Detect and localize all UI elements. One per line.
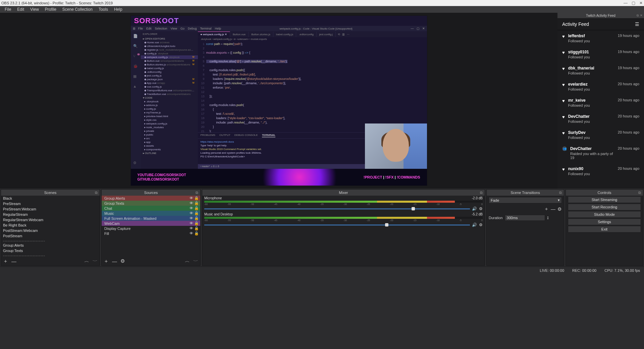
scenes-popout-icon[interactable]: ⧉ [95, 191, 98, 195]
menu-view[interactable]: View [28, 6, 42, 12]
menu-edit[interactable]: Edit [14, 6, 27, 12]
control-button-settings[interactable]: Settings [568, 218, 641, 225]
visibility-icon[interactable]: 👁 [190, 201, 193, 205]
controls-popout-icon[interactable]: ⧉ [638, 191, 641, 195]
source-down-icon[interactable]: ﹀ [193, 259, 198, 263]
scene-item[interactable]: Black [1, 196, 100, 201]
transitions-popout-icon[interactable]: ⧉ [559, 191, 562, 195]
scene-item[interactable]: PostStream:Webcam [1, 228, 100, 233]
explorer-tree-item: ▸ public [141, 133, 198, 137]
activity-item[interactable]: ♥stiggy0101Followed you19 hours ago [557, 46, 644, 62]
dock-popout-icon[interactable]: ⧉ [637, 14, 639, 17]
scene-item[interactable]: PreStream [1, 201, 100, 206]
minimize-icon[interactable]: — [624, 1, 628, 5]
lock-icon[interactable]: 🔒 [194, 226, 199, 231]
activity-item[interactable]: ♥leffenbsfFollowed you19 hours ago [557, 30, 644, 46]
mixer-dock: Mixer⧉ Microphone-2.0 dB-60-55-50-45-40-… [202, 189, 485, 266]
preview-area[interactable]: SORSKOOT ⊞ FileEditSelectionViewGoDebugT… [0, 13, 557, 189]
duration-down-icon[interactable]: ▼ [547, 218, 549, 220]
activity-subtext: Followed you [568, 39, 614, 43]
mixer-settings-icon[interactable]: ⚙ [479, 222, 483, 227]
control-button-exit[interactable]: Exit [568, 226, 641, 233]
activity-item[interactable]: 👥DevChatterRaided you with a party of 19… [557, 143, 644, 163]
source-item[interactable]: Fill👁🔒 [102, 231, 200, 236]
transition-select[interactable]: Fade▾ [489, 197, 562, 203]
control-button-start-streaming[interactable]: Start Streaming [568, 196, 641, 203]
duration-input[interactable]: 300ms [505, 215, 545, 221]
code-section: ▾ CODE [141, 96, 198, 100]
lock-icon[interactable]: 🔒 [194, 211, 199, 215]
lock-icon[interactable]: 🔒 [194, 231, 199, 236]
mixer-popout-icon[interactable]: ⧉ [480, 191, 483, 195]
control-button-start-recording[interactable]: Start Recording [568, 204, 641, 210]
transition-settings-icon[interactable]: ⚙ [557, 206, 562, 212]
controls-dock: Controls⧉ Start StreamingStart Recording… [566, 189, 643, 266]
scene-add-icon[interactable]: ＋ [3, 258, 8, 264]
menu-tools[interactable]: Tools [96, 6, 111, 12]
activity-item[interactable]: ♥nunix90Followed you20 hours ago [557, 163, 644, 179]
source-item[interactable]: Display Capture👁🔒 [102, 226, 200, 231]
activity-item[interactable]: ♥mr_keiveFollowed you20 hours ago [557, 95, 644, 111]
scene-item[interactable]: Be Right Back [1, 222, 100, 228]
source-up-icon[interactable]: ︿ [185, 259, 190, 263]
visibility-icon[interactable]: 👁 [190, 196, 193, 200]
volume-slider[interactable] [204, 225, 470, 226]
speaker-icon[interactable]: 🔊 [472, 222, 477, 227]
activity-settings-icon[interactable]: ☰ [635, 21, 639, 27]
close-icon[interactable]: ✕ [639, 1, 643, 5]
control-button-studio-mode[interactable]: Studio Mode [568, 211, 641, 218]
menu-file[interactable]: File [2, 6, 14, 12]
lock-icon[interactable]: 🔒 [194, 216, 199, 220]
transition-remove-icon[interactable]: — [551, 206, 555, 212]
source-item[interactable]: WebCam👁🔒 [102, 221, 200, 226]
activity-item[interactable]: ♥evelardiezFollowed you20 hours ago [557, 79, 644, 95]
lock-icon[interactable]: 🔒 [194, 201, 199, 205]
menu-scene-collection[interactable]: Scene Collection [60, 6, 95, 12]
scene-item[interactable]: RegularStream [1, 212, 100, 217]
source-item[interactable]: Chat👁🔒 [102, 206, 200, 211]
transition-add-icon[interactable]: ＋ [544, 206, 549, 212]
source-item[interactable]: Full Screen Animation - Masked👁🔒 [102, 216, 200, 221]
activity-item[interactable]: ♥dbk_thanerialFollowed you19 hours ago [557, 62, 644, 79]
lock-icon[interactable]: 🔒 [194, 196, 199, 200]
speaker-icon[interactable]: 🔊 [472, 206, 477, 211]
menu-profile[interactable]: Profile [42, 6, 59, 12]
editor-toolbar-icon: ▥ [342, 33, 345, 36]
activity-item[interactable]: ♥DevChatterFollowed you20 hours ago [557, 111, 644, 127]
scene-item[interactable]: PreStream:Webcam [1, 206, 100, 212]
volume-slider[interactable] [204, 208, 470, 209]
scene-up-icon[interactable]: ︿ [84, 259, 89, 263]
menu-help[interactable]: Help [111, 6, 125, 12]
explorer-tree-item: ▸ webpack.config.js [141, 122, 198, 126]
controls-title: Controls [598, 191, 611, 195]
sources-popout-icon[interactable]: ⧉ [196, 191, 198, 195]
visibility-icon[interactable]: 👁 [190, 231, 193, 236]
scene-item[interactable]: Group:Alerts [1, 243, 100, 248]
dock-close-icon[interactable]: ✕ [640, 14, 643, 17]
visibility-icon[interactable]: 👁 [190, 211, 193, 215]
activity-item[interactable]: ♥SurlyDevFollowed you20 hours ago [557, 127, 644, 143]
visibility-icon[interactable]: 👁 [190, 216, 193, 220]
visibility-icon[interactable]: 👁 [190, 226, 193, 231]
lock-icon[interactable]: 🔒 [194, 221, 199, 226]
mixer-channel-name: Music and Desktop [204, 212, 233, 216]
source-remove-icon[interactable]: — [112, 258, 117, 264]
lock-icon[interactable]: 🔒 [194, 206, 199, 210]
vscode-maximize-icon: ▢ [417, 27, 420, 30]
source-item[interactable]: Group:Texts👁🔒 [102, 201, 200, 206]
scene-item[interactable]: RegularStream:Webcam [1, 217, 100, 222]
source-item[interactable]: Music👁🔒 [102, 211, 200, 216]
maximize-icon[interactable]: ▢ [632, 1, 635, 5]
scene-item[interactable]: PostStream [1, 233, 100, 239]
scene-remove-icon[interactable]: — [11, 258, 16, 264]
visibility-icon[interactable]: 👁 [190, 221, 193, 226]
activity-panel-title: Twitch Activity Feed [586, 14, 615, 17]
source-settings-icon[interactable]: ⚙ [120, 258, 125, 264]
scene-item[interactable]: Group:Texts [1, 248, 100, 253]
source-add-icon[interactable]: ＋ [104, 258, 109, 264]
visibility-icon[interactable]: 👁 [190, 206, 193, 210]
explorer-item: ◆ Home.vue src\views [141, 41, 198, 44]
mixer-settings-icon[interactable]: ⚙ [479, 206, 483, 211]
source-item[interactable]: Group:Alerts👁🔒 [102, 196, 200, 201]
scene-down-icon[interactable]: ﹀ [93, 259, 98, 263]
